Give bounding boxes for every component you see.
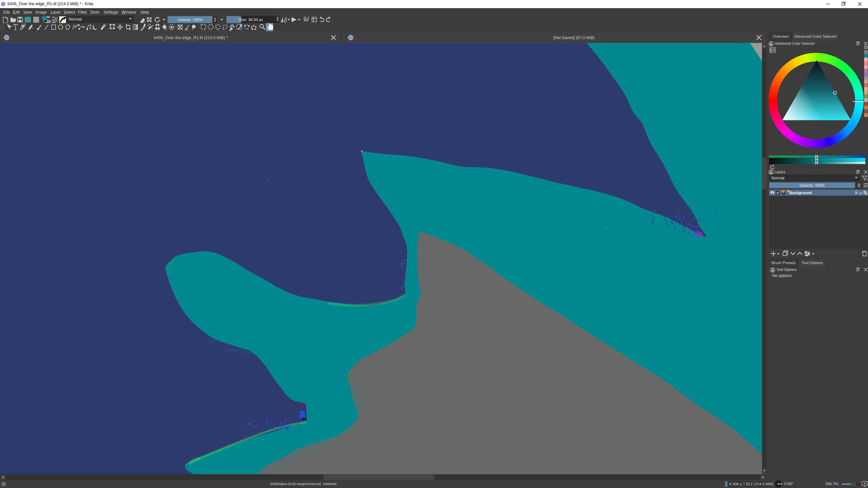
svg-text:α: α xyxy=(860,190,862,195)
svg-text:Background: Background xyxy=(789,191,812,195)
